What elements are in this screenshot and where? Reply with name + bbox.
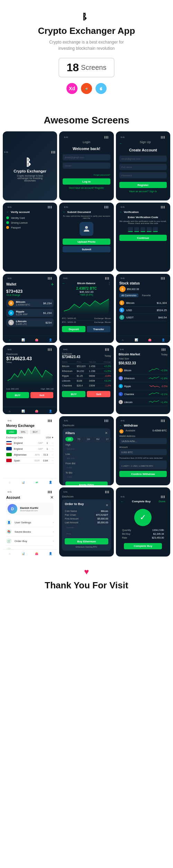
submit-button[interactable]: Submit: [63, 246, 110, 252]
signup-password-input[interactable]: Password: [119, 172, 167, 178]
add-wallet-icon[interactable]: +: [51, 281, 54, 287]
nav-home[interactable]: ⌂: [7, 337, 12, 342]
dash-nav-chart[interactable]: 📊: [21, 409, 26, 413]
exchange-nav-user[interactable]: 👤: [48, 480, 53, 485]
acct-nav-chart[interactable]: 📊: [21, 551, 26, 556]
order-pair-chain: Pair Chain BTC/USDT: [65, 514, 108, 516]
account-close-icon[interactable]: ✕: [50, 495, 54, 500]
filter-close[interactable]: ✕: [105, 431, 108, 435]
mkt-link-name: Chainlink: [124, 393, 147, 395]
menu-order-buy[interactable]: 🛒 Order Buy ›: [6, 536, 54, 546]
low-input[interactable]: $50,000: [65, 456, 107, 461]
back-arrow-withdraw[interactable]: ←: [119, 424, 122, 427]
signup-button[interactable]: Register: [119, 182, 167, 188]
stock-nav-chart[interactable]: 📊: [134, 337, 139, 342]
code-box-4[interactable]: [147, 227, 152, 232]
back-arrow-bitcoin[interactable]: ←: [62, 282, 65, 285]
amount-label: Amount: [119, 446, 167, 448]
tab-brl[interactable]: BRL: [18, 430, 29, 434]
filter-1m[interactable]: 1M: [84, 437, 92, 441]
statusbar-filter: 9:41▌▌▌: [63, 419, 110, 422]
stock-nav-wallet[interactable]: 👛: [147, 337, 152, 342]
nav-wallet[interactable]: 👛: [34, 337, 39, 342]
deposit-button[interactable]: Deposit: [62, 326, 85, 332]
forgot-link[interactable]: Forgot password?: [94, 174, 110, 176]
back-arrow-verification[interactable]: ←: [119, 210, 122, 214]
stock-nav-user[interactable]: 👤: [161, 337, 166, 342]
filter-6m[interactable]: 6M: [94, 437, 102, 441]
apply-filter-btn[interactable]: Apply Filter: [65, 482, 107, 485]
signup-name-input[interactable]: Full name: [119, 164, 167, 170]
link-spark: [149, 391, 159, 397]
acct-nav-home[interactable]: ⌂: [7, 551, 12, 556]
back-arrow-verify[interactable]: ←: [6, 210, 9, 214]
filter-1d[interactable]: 1D: [65, 437, 73, 441]
confirm-withdraw-btn[interactable]: Confirm Withdraw: [119, 471, 167, 477]
mkt-xrp-icon: X: [119, 384, 123, 388]
bitcoin-menu-icon[interactable]: ⋮: [108, 281, 111, 285]
table-sell-btn[interactable]: Sell: [87, 391, 110, 397]
wallet-addr-input[interactable]: 1A2b3c4d5e...: [119, 438, 167, 444]
exchange-nav-swap[interactable]: ⇄: [34, 480, 39, 485]
statusbar-splash: 9:41 ▌▌▌: [3, 150, 57, 154]
transfer-button[interactable]: Transfer: [87, 326, 110, 332]
app-subtitle: Crypto exchange is a best exchanger for …: [48, 39, 125, 52]
back-arrow-complete[interactable]: ←: [121, 500, 124, 503]
tab-usd[interactable]: USD: [6, 430, 17, 434]
dash-nav-user[interactable]: 👤: [48, 409, 53, 413]
complete-done-label: Done: [159, 500, 165, 503]
signup-email-input[interactable]: email@gmail.com: [119, 156, 167, 162]
dashcoin-nav: ⌂ 📊 👛 👤: [3, 407, 57, 414]
withdraw-note: Transaction fees (0.01%) will be auto de…: [119, 457, 167, 459]
login-button[interactable]: Log in: [63, 178, 110, 185]
order-close-icon[interactable]: ✕: [106, 503, 108, 507]
tab-buy[interactable]: BUY: [30, 430, 40, 434]
complete-buy-btn[interactable]: Complete Buy: [124, 543, 162, 549]
login-email-input[interactable]: email@gmail.com: [63, 154, 110, 160]
tab-all-currencies[interactable]: All Currencies: [119, 293, 139, 297]
filter-1y[interactable]: 1Y: [103, 437, 111, 441]
menu-user-settings[interactable]: 👤 User Settings ›: [6, 518, 54, 527]
order-price-input[interactable]: Price: [65, 531, 108, 536]
login-password-input[interactable]: ••••••••: [63, 162, 110, 169]
exchange-nav-chart[interactable]: 📊: [21, 480, 26, 485]
exchange-nav-home[interactable]: ⌂: [7, 480, 12, 485]
code-box-1[interactable]: [128, 227, 133, 232]
code-box-5[interactable]: [153, 227, 158, 232]
code-box-2[interactable]: [134, 227, 139, 232]
signin-link[interactable]: Have an account? Sign in: [129, 190, 157, 193]
market-eth: Ξ Ethereum +1.8%: [119, 374, 167, 382]
back-arrow-signup[interactable]: ←: [119, 142, 122, 145]
amount-input[interactable]: 0.001 BTC: [119, 449, 167, 455]
table-buy-btn[interactable]: BUY: [62, 391, 85, 397]
signup-link[interactable]: Don't have an account? Register: [69, 187, 104, 189]
nav-user[interactable]: 👤: [48, 337, 53, 342]
xd-icon: Xd: [66, 83, 78, 94]
acct-nav-user[interactable]: 👤: [48, 551, 53, 556]
dashcoin-buy-btn[interactable]: BUY: [6, 392, 29, 398]
figma-icon: [81, 83, 92, 94]
code-box-3[interactable]: [140, 227, 145, 232]
stock-nav-home[interactable]: ⌂: [120, 337, 125, 342]
tobid-input[interactable]: 1.000: [65, 475, 107, 479]
back-arrow-submit[interactable]: ←: [63, 210, 66, 214]
menu-saved-books[interactable]: 📚 Saved Books ›: [6, 527, 54, 536]
dashcoin-sell-btn[interactable]: Sell: [30, 392, 53, 398]
btc-total-val: $50,922.33: [119, 361, 167, 365]
continue-button[interactable]: Continue: [119, 235, 167, 241]
nav-chart[interactable]: 📊: [21, 337, 26, 342]
tab-favorite[interactable]: Favorite: [140, 293, 153, 297]
exchange-row-england2: England GBP 1 →: [6, 446, 54, 452]
filter-popup: Filters ✕ 1D 7D 1M 6M 1Y High $90,000 Lo…: [63, 428, 110, 485]
frombid-input[interactable]: 0.001: [65, 465, 107, 470]
dash-nav-wallet[interactable]: 👛: [34, 409, 39, 413]
upload-button[interactable]: Upload Photo: [63, 239, 110, 245]
bitcoin-amount: 2.43872 BTC: [62, 287, 111, 290]
high-input[interactable]: $90,000: [65, 447, 107, 451]
filter-7d[interactable]: 7D: [75, 437, 83, 441]
dash-nav-home[interactable]: ⌂: [7, 409, 12, 413]
acct-nav-wallet[interactable]: 👛: [34, 551, 39, 556]
order-qty-input[interactable]: Quantity: [65, 525, 108, 530]
splash-subtitle: Crypto exchange is best exchanger for in…: [16, 175, 44, 182]
buy-ethereum-btn[interactable]: Buy Ethereum: [65, 538, 108, 544]
